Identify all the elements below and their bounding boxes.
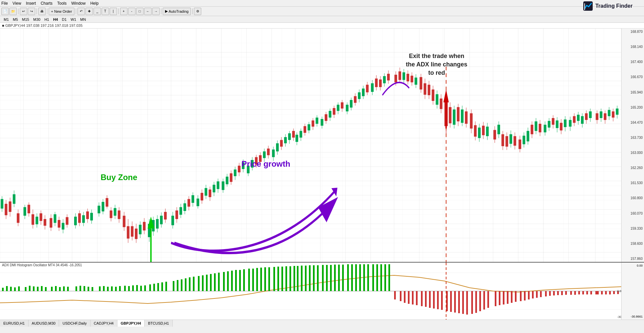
svg-rect-406 — [268, 267, 270, 291]
svg-rect-292 — [465, 111, 468, 124]
svg-rect-350 — [25, 287, 26, 291]
svg-rect-455 — [475, 291, 477, 313]
svg-rect-282 — [440, 99, 442, 109]
redo-btn[interactable]: ↪ — [28, 8, 35, 15]
menu-help[interactable]: Help — [90, 1, 99, 6]
svg-rect-240 — [284, 137, 287, 143]
svg-rect-230 — [238, 166, 240, 172]
tf-h1[interactable]: H1 — [43, 17, 51, 22]
sep5 — [118, 8, 119, 14]
svg-rect-228 — [234, 169, 236, 176]
print-btn[interactable]: 🖶 — [38, 8, 46, 15]
svg-rect-468 — [532, 291, 534, 298]
autotrading-label: AutoTrading — [169, 9, 189, 13]
scroll-right-btn[interactable]: → — [152, 8, 160, 15]
osc-scale-bottom: -30.8661 — [623, 315, 643, 318]
tf-m5[interactable]: M5 — [11, 17, 19, 22]
tab-audusd-m30[interactable]: AUDUSD,M30 — [29, 320, 59, 327]
svg-rect-471 — [545, 291, 547, 296]
tf-m1[interactable]: M1 — [2, 17, 10, 22]
sep7 — [192, 8, 193, 14]
autotrading-btn[interactable]: ▶ AutoTrading — [163, 8, 191, 15]
svg-rect-138 — [402, 72, 405, 80]
tf-h4[interactable]: H4 — [51, 17, 59, 22]
svg-rect-447 — [441, 291, 443, 310]
svg-rect-212 — [160, 216, 163, 224]
menu-insert[interactable]: Insert — [26, 1, 36, 6]
text-btn[interactable]: T — [102, 8, 109, 15]
svg-rect-202 — [131, 226, 133, 236]
tab-eurusd-h1[interactable]: EURUSD,H1 — [0, 320, 29, 327]
tf-m30[interactable]: M30 — [32, 17, 42, 22]
svg-rect-487 — [609, 291, 611, 294]
menu-file[interactable]: File — [1, 1, 8, 6]
tf-m15[interactable]: M15 — [20, 17, 31, 22]
svg-rect-180 — [36, 217, 38, 224]
period-btn[interactable]: | — [110, 8, 117, 15]
fit-btn[interactable]: □ — [136, 8, 144, 15]
svg-rect-56 — [32, 214, 34, 225]
menu-charts[interactable]: Charts — [41, 1, 52, 6]
svg-rect-352 — [33, 286, 35, 291]
autotrading-icon: ▶ — [165, 9, 168, 13]
svg-rect-431 — [372, 264, 374, 291]
tab-cadjpy-h4[interactable]: CADJPY,H4 — [91, 320, 117, 327]
svg-rect-357 — [55, 286, 57, 291]
svg-rect-410 — [285, 266, 287, 291]
svg-rect-250 — [316, 118, 318, 124]
price-160800: 160.800 — [623, 196, 643, 200]
menu-tools[interactable]: Tools — [57, 1, 67, 6]
svg-rect-258 — [358, 92, 361, 99]
svg-rect-290 — [461, 109, 464, 123]
svg-rect-403 — [256, 268, 258, 291]
svg-rect-312 — [539, 124, 541, 132]
svg-rect-318 — [564, 119, 567, 127]
price-chart[interactable]: Buy Zone Price growth Exit the trade whe… — [0, 29, 644, 263]
tab-usdchf-daily[interactable]: USDCHF,Daily — [59, 320, 90, 327]
price-168870: 168.870 — [623, 30, 643, 34]
svg-rect-397 — [231, 271, 233, 291]
svg-rect-112 — [296, 135, 298, 142]
price-166670: 166.670 — [623, 75, 643, 79]
tab-btcusd-h1[interactable]: BTCUSD,H1 — [145, 320, 172, 327]
logo-icon — [583, 1, 593, 11]
svg-rect-383 — [173, 281, 174, 291]
new-btn[interactable]: 📄 — [1, 8, 9, 15]
svg-rect-427 — [355, 264, 357, 291]
menu-window[interactable]: Window — [71, 1, 86, 6]
oscillator-svg: 0.00 -30.8661 — [0, 263, 621, 320]
scroll-left-btn[interactable]: ← — [144, 8, 152, 15]
logo-text: Trading Finder — [595, 3, 633, 9]
tab-gbpjpy-h4[interactable]: GBPJPY,H4 — [117, 320, 145, 327]
svg-rect-462 — [507, 291, 508, 304]
svg-rect-50 — [17, 213, 19, 223]
menu-view[interactable]: View — [12, 1, 21, 6]
svg-rect-485 — [601, 291, 603, 294]
oscillator-chart: ADX DMI Histogram Oscillator MT4 34.4546… — [0, 263, 644, 320]
line-btn[interactable]: ⎯ — [94, 8, 101, 15]
zoom-in-btn[interactable]: + — [120, 8, 127, 15]
settings-btn[interactable]: ⚙ — [194, 8, 201, 15]
svg-rect-419 — [322, 265, 324, 291]
svg-rect-481 — [586, 291, 588, 294]
tf-d1[interactable]: D1 — [60, 17, 68, 22]
svg-rect-387 — [189, 277, 191, 291]
svg-rect-433 — [380, 264, 382, 291]
svg-rect-372 — [124, 286, 126, 291]
undo-btn[interactable]: ↩ — [20, 8, 27, 15]
tf-w1[interactable]: W1 — [69, 17, 78, 22]
sep2 — [37, 8, 37, 14]
svg-rect-446 — [437, 291, 439, 309]
svg-rect-404 — [260, 268, 262, 291]
tf-mn[interactable]: MN — [78, 17, 88, 22]
svg-rect-347 — [10, 287, 12, 291]
zoom-out-btn[interactable]: - — [128, 8, 136, 15]
timeframe-bar: M1 M5 M15 M30 H1 H4 D1 W1 MN — [0, 16, 644, 23]
svg-rect-84 — [175, 211, 178, 219]
new-order-btn[interactable]: + New Order — [49, 8, 74, 15]
crosshair-btn[interactable]: ✚ — [86, 8, 93, 15]
cursor-btn[interactable]: ↶ — [77, 8, 85, 15]
svg-rect-453 — [466, 291, 468, 315]
open-btn[interactable]: 📁 — [9, 8, 17, 15]
svg-rect-262 — [366, 85, 369, 93]
